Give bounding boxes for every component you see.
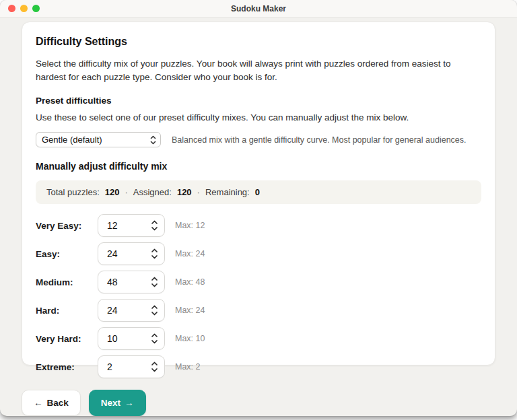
difficulty-row: Very Easy: Max: 12 [36, 214, 481, 237]
wizard-footer: ← Back Next → [0, 380, 517, 416]
difficulty-row: Extreme: Max: 2 [36, 355, 481, 378]
difficulty-count-field [98, 327, 165, 350]
difficulty-count-field [98, 214, 165, 237]
assigned-label: Assigned: [133, 187, 172, 197]
difficulty-label: Easy: [36, 249, 98, 259]
preset-select-wrap: Gentle (default) [36, 132, 161, 147]
assigned-value: 120 [177, 187, 192, 197]
preset-difficulties-heading: Preset difficulties [36, 96, 481, 106]
difficulty-label: Extreme: [36, 362, 98, 372]
traffic-lights [8, 5, 40, 12]
preset-select-row: Gentle (default) Balanced mix with a gen… [36, 132, 481, 147]
title-bar: Sudoku Maker [0, 0, 517, 18]
page-title: Difficulty Settings [36, 36, 481, 48]
back-button-label: Back [47, 398, 69, 408]
stepper-up-down-icon[interactable] [151, 333, 158, 344]
stepper-up-down-icon[interactable] [151, 248, 158, 259]
difficulty-row: Easy: Max: 24 [36, 242, 481, 265]
difficulty-count-field [98, 242, 165, 265]
arrow-left-icon: ← [34, 398, 43, 408]
max-hint: Max: 24 [175, 249, 205, 258]
stepper-up-down-icon[interactable] [151, 277, 158, 287]
difficulty-label: Very Hard: [36, 334, 98, 344]
total-puzzles-label: Total puzzles: [46, 187, 100, 197]
manual-mix-heading: Manually adjust difficulty mix [36, 161, 481, 172]
max-hint: Max: 48 [175, 277, 205, 287]
difficulty-row: Very Hard: Max: 10 [36, 327, 481, 350]
page-description: Select the difficulty mix of your puzzle… [36, 57, 473, 83]
difficulty-rows: Very Easy: Max: 12 [36, 214, 481, 378]
difficulty-count-field [98, 355, 165, 378]
summary-separator: · [197, 187, 200, 197]
max-hint: Max: 24 [175, 306, 205, 315]
minimize-window-button[interactable] [20, 5, 28, 12]
stepper-up-down-icon[interactable] [151, 220, 158, 231]
stepper-up-down-icon[interactable] [151, 361, 158, 372]
close-window-button[interactable] [8, 5, 15, 12]
difficulty-label: Medium: [36, 277, 98, 287]
total-puzzles-value: 120 [105, 187, 120, 197]
difficulty-row: Hard: Max: 24 [36, 299, 481, 322]
max-hint: Max: 2 [175, 362, 201, 372]
preset-difficulty-select[interactable]: Gentle (default) [36, 132, 161, 147]
preset-description: Use these to select one of our preset di… [36, 112, 481, 123]
difficulty-count-field [98, 271, 165, 293]
window-title: Sudoku Maker [0, 4, 517, 13]
max-hint: Max: 10 [175, 334, 205, 343]
difficulty-count-field [98, 299, 165, 322]
content-area: Difficulty Settings Select the difficult… [0, 18, 517, 380]
preset-hint-text: Balanced mix with a gentle difficulty cu… [172, 135, 467, 145]
difficulty-label: Very Easy: [36, 221, 98, 231]
stepper-up-down-icon[interactable] [151, 305, 158, 316]
difficulty-settings-card: Difficulty Settings Select the difficult… [22, 22, 495, 365]
back-button[interactable]: ← Back [22, 390, 81, 416]
difficulty-row: Medium: Max: 48 [36, 271, 481, 293]
arrow-right-icon: → [125, 398, 134, 408]
difficulty-label: Hard: [36, 306, 98, 316]
remaining-value: 0 [255, 187, 260, 197]
next-button-label: Next [101, 398, 120, 408]
remaining-label: Remaining: [205, 187, 250, 197]
next-button[interactable]: Next → [89, 390, 146, 416]
zoom-window-button[interactable] [32, 5, 40, 12]
app-window: Sudoku Maker Difficulty Settings Select … [0, 0, 517, 416]
puzzle-summary-bar: Total puzzles: 120 · Assigned: 120 · Rem… [36, 180, 481, 204]
max-hint: Max: 12 [175, 221, 205, 230]
summary-separator: · [125, 187, 127, 197]
